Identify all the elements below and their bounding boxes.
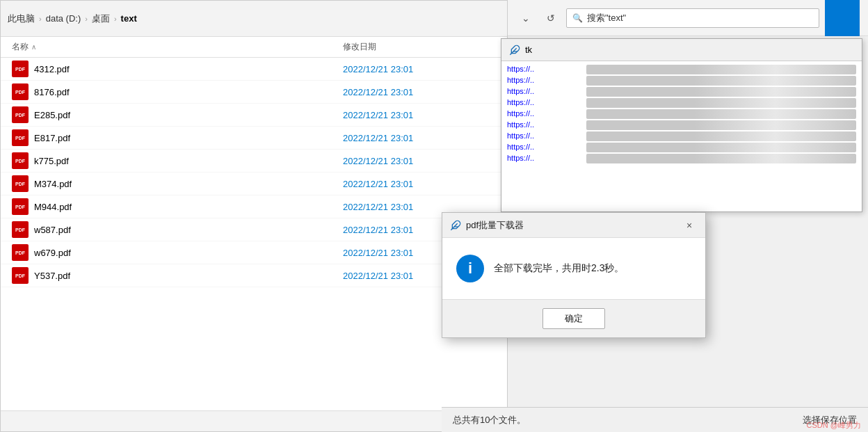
info-icon: i xyxy=(456,255,484,282)
url-left: https://.. xyxy=(507,87,584,97)
file-name: k775.pdf xyxy=(34,156,69,166)
breadcrumb-drive[interactable]: data (D:) xyxy=(46,13,81,24)
dialog-app-icon xyxy=(449,219,462,232)
url-row: https://.. xyxy=(507,153,856,164)
file-name-cell: PDF M944.pdf xyxy=(12,198,343,215)
url-left: https://.. xyxy=(507,143,584,152)
url-row: https://.. xyxy=(507,131,856,142)
nav-refresh-button[interactable]: ↺ xyxy=(541,8,561,28)
dialog-close-button[interactable]: × xyxy=(680,216,698,234)
file-date: 2022/12/21 23:01 xyxy=(343,110,496,120)
file-name-cell: PDF 4312.pdf xyxy=(12,61,343,77)
url-right-blurred xyxy=(586,65,856,74)
tk-content: https://.. https://.. https://.. https:/… xyxy=(501,61,862,211)
pdf-icon: PDF xyxy=(12,267,29,284)
sort-arrow: ∧ xyxy=(31,43,36,51)
pdf-icon: PDF xyxy=(12,221,29,238)
search-button[interactable] xyxy=(825,0,860,36)
url-left: https://.. xyxy=(507,76,584,86)
table-row[interactable]: PDF Y537.pdf 2022/12/21 23:01 xyxy=(1,264,507,287)
table-row[interactable]: PDF w679.pdf 2022/12/21 23:01 xyxy=(1,241,507,264)
url-left: https://.. xyxy=(507,98,584,108)
breadcrumb: 此电脑 › data (D:) › 桌面 › text xyxy=(8,13,137,25)
url-right-blurred xyxy=(586,87,856,97)
url-left: https://.. xyxy=(507,65,584,74)
url-left: https://.. xyxy=(507,154,584,163)
table-row[interactable]: PDF E817.pdf 2022/12/21 23:01 xyxy=(1,127,507,150)
file-date: 2022/12/21 23:01 xyxy=(343,156,496,166)
search-area: ⌄ ↺ 🔍 搜索"text" xyxy=(508,0,868,36)
file-date: 2022/12/21 23:01 xyxy=(343,133,496,143)
dialog-titlebar: pdf批量下载器 × xyxy=(442,213,705,238)
file-name: w679.pdf xyxy=(34,248,71,258)
pdf-icon: PDF xyxy=(12,244,29,261)
file-name: 4312.pdf xyxy=(34,64,70,74)
breadcrumb-sep-3: › xyxy=(114,15,117,23)
url-left: https://.. xyxy=(507,131,584,141)
file-name: E285.pdf xyxy=(34,110,70,120)
url-right-blurred xyxy=(586,143,856,152)
table-row[interactable]: PDF E285.pdf 2022/12/21 23:01 xyxy=(1,104,507,127)
tk-window: tk https://.. https://.. https://.. http… xyxy=(501,38,862,212)
breadcrumb-current: text xyxy=(121,13,137,24)
url-row: https://.. xyxy=(507,142,856,153)
url-left: https://.. xyxy=(507,109,584,119)
file-name: 8176.pdf xyxy=(34,87,70,97)
file-name-cell: PDF w587.pdf xyxy=(12,221,343,238)
ok-button[interactable]: 确定 xyxy=(542,308,605,329)
table-row[interactable]: PDF 4312.pdf 2022/12/21 23:01 xyxy=(1,58,507,81)
file-date: 2022/12/21 23:01 xyxy=(343,202,496,212)
url-right-blurred xyxy=(586,98,856,108)
file-explorer-window: 此电脑 › data (D:) › 桌面 › text 名称 ∧ 修改日期 PD… xyxy=(0,0,508,432)
tk-titlebar: tk xyxy=(501,39,862,61)
file-count-label: 总共有10个文件。 xyxy=(453,414,526,426)
file-name: M374.pdf xyxy=(34,179,72,189)
table-row[interactable]: PDF M374.pdf 2022/12/21 23:01 xyxy=(1,173,507,195)
search-text-display: 搜索"text" xyxy=(587,12,626,24)
table-row[interactable]: PDF M944.pdf 2022/12/21 23:01 xyxy=(1,195,507,218)
dialog-title-text: pdf批量下载器 xyxy=(466,219,524,232)
table-row[interactable]: PDF w587.pdf 2022/12/21 23:01 xyxy=(1,218,507,241)
file-list: PDF 4312.pdf 2022/12/21 23:01 PDF 8176.p… xyxy=(1,58,507,410)
file-name: M944.pdf xyxy=(34,202,72,212)
nav-dropdown-button[interactable]: ⌄ xyxy=(516,8,536,28)
col-name-header[interactable]: 名称 ∧ xyxy=(12,41,343,53)
dialog-title-area: pdf批量下载器 xyxy=(449,219,524,232)
table-row[interactable]: PDF 8176.pdf 2022/12/21 23:01 xyxy=(1,81,507,104)
url-row: https://.. xyxy=(507,75,856,86)
dialog-message: 全部下载完毕，共用时2.3秒。 xyxy=(494,262,624,275)
file-date: 2022/12/21 23:01 xyxy=(343,64,496,74)
url-right-blurred xyxy=(586,154,856,163)
url-right-blurred xyxy=(586,120,856,130)
col-date-header[interactable]: 修改日期 xyxy=(343,41,496,53)
file-name-cell: PDF Y537.pdf xyxy=(12,267,343,284)
pdf-downloader-dialog: pdf批量下载器 × i 全部下载完毕，共用时2.3秒。 确定 xyxy=(442,212,706,338)
url-row: https://.. xyxy=(507,120,856,131)
search-icon: 🔍 xyxy=(572,13,583,23)
dialog-body: i 全部下载完毕，共用时2.3秒。 xyxy=(442,238,705,299)
dialog-footer: 确定 xyxy=(442,299,705,337)
pdf-icon: PDF xyxy=(12,61,29,77)
breadcrumb-desktop[interactable]: 桌面 xyxy=(92,13,110,25)
pdf-icon: PDF xyxy=(12,83,29,100)
file-name: Y537.pdf xyxy=(34,271,70,281)
file-name-cell: PDF E285.pdf xyxy=(12,106,343,123)
file-name: E817.pdf xyxy=(34,133,70,143)
pdf-icon: PDF xyxy=(12,175,29,192)
file-date: 2022/12/21 23:01 xyxy=(343,87,496,97)
url-row: https://.. xyxy=(507,109,856,120)
breadcrumb-pc[interactable]: 此电脑 xyxy=(8,13,35,25)
file-name-cell: PDF M374.pdf xyxy=(12,175,343,192)
watermark: CSDN @峰男力 xyxy=(807,420,861,431)
url-row: https://.. xyxy=(507,86,856,97)
pdf-icon: PDF xyxy=(12,152,29,169)
table-row[interactable]: PDF k775.pdf 2022/12/21 23:01 xyxy=(1,150,507,173)
search-box: 🔍 搜索"text" xyxy=(566,8,819,28)
explorer-status-bar xyxy=(1,410,507,431)
tk-window-title: tk xyxy=(525,45,532,55)
pdf-icon: PDF xyxy=(12,198,29,215)
file-name-cell: PDF w679.pdf xyxy=(12,244,343,261)
file-list-header: 名称 ∧ 修改日期 xyxy=(1,37,507,58)
explorer-content: 名称 ∧ 修改日期 PDF 4312.pdf 2022/12/21 23:01 … xyxy=(1,37,507,410)
breadcrumb-sep-2: › xyxy=(85,15,88,23)
